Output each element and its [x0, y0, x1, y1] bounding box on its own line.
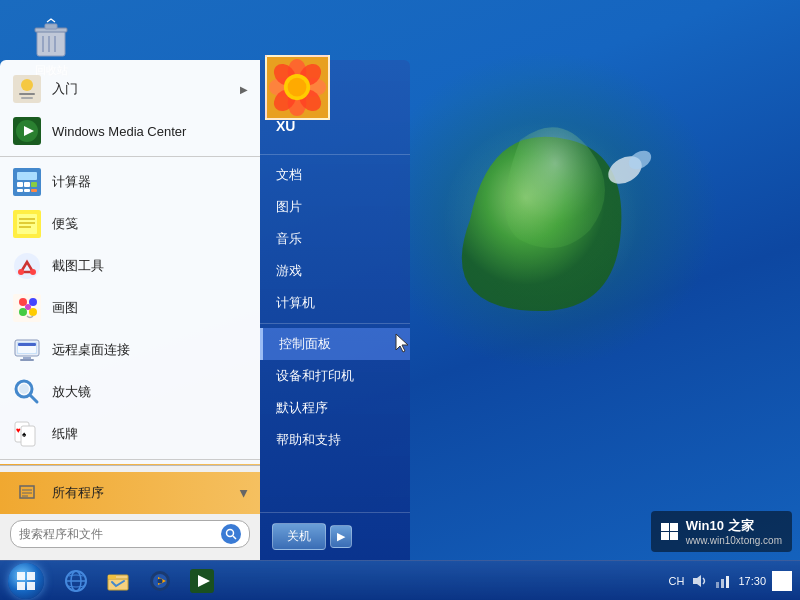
show-desktop-button[interactable]	[772, 571, 792, 591]
right-item-music[interactable]: 音乐	[260, 223, 410, 255]
svg-point-19	[288, 78, 307, 97]
menu-item-win10upgrade[interactable]: 微软 Windows 10 易升	[0, 464, 260, 465]
all-programs-label: 所有程序	[52, 484, 104, 502]
right-item-help[interactable]: 帮助和支持	[260, 424, 410, 456]
svg-point-41	[18, 269, 24, 275]
paint-icon	[12, 293, 42, 323]
search-button[interactable]	[221, 524, 241, 544]
svg-rect-32	[17, 189, 23, 192]
svg-rect-89	[716, 582, 719, 588]
start-menu-right-panel: XU 文档 图片 音乐 游戏 计算机 控制面板 设备和打	[260, 60, 410, 560]
magnifier-label: 放大镜	[52, 383, 91, 401]
svg-rect-3	[37, 30, 65, 56]
menu-item-calculator[interactable]: 计算器	[0, 161, 260, 203]
svg-rect-31	[31, 182, 37, 187]
start-menu-bottom: 所有程序 ▶	[0, 465, 260, 560]
remote-label: 远程桌面连接	[52, 341, 130, 359]
svg-marker-88	[693, 575, 701, 587]
svg-rect-5	[45, 24, 57, 29]
svg-point-45	[29, 298, 37, 306]
svg-rect-22	[19, 93, 35, 95]
right-item-games[interactable]: 游戏	[260, 255, 410, 287]
magnifier-icon	[12, 377, 42, 407]
shutdown-arrow-button[interactable]: ▶	[330, 525, 352, 548]
right-divider-top	[260, 154, 410, 155]
wmc-label: Windows Media Center	[52, 124, 186, 139]
win10-badge: Win10 之家 www.win10xtong.com	[651, 511, 792, 552]
win10-title: Win10 之家	[686, 517, 782, 535]
tray-lang: CH	[669, 575, 685, 587]
all-programs-arrow: ▶	[239, 489, 250, 497]
win10-badge-text: Win10 之家 www.win10xtong.com	[686, 517, 782, 546]
search-bar	[10, 520, 250, 548]
taskbar-wmp[interactable]	[140, 562, 180, 600]
menu-item-magnifier[interactable]: 放大镜	[0, 371, 260, 413]
svg-rect-28	[17, 172, 37, 180]
notepad-icon	[12, 209, 42, 239]
start-menu: 入门 ▶ Windows Media Center	[0, 60, 410, 560]
start-menu-items: 入门 ▶ Windows Media Center	[0, 60, 260, 465]
right-item-computer[interactable]: 计算机	[260, 287, 410, 319]
right-item-devices[interactable]: 设备和打印机	[260, 360, 410, 392]
right-item-control-panel[interactable]: 控制面板	[260, 328, 410, 360]
calculator-icon	[12, 167, 42, 197]
shutdown-button[interactable]: 关机	[272, 523, 326, 550]
menu-item-snipping[interactable]: 截图工具	[0, 245, 260, 287]
svg-rect-91	[726, 576, 729, 588]
taskbar-ie[interactable]	[56, 562, 96, 600]
menu-item-solitaire[interactable]: ♥ ♠ 纸牌	[0, 413, 260, 455]
start-orb	[8, 563, 44, 599]
menu-item-remote[interactable]: 远程桌面连接	[0, 329, 260, 371]
calculator-label: 计算器	[52, 173, 91, 191]
volume-icon[interactable]	[690, 572, 708, 590]
solitaire-label: 纸牌	[52, 425, 78, 443]
start-menu-left-panel: 入门 ▶ Windows Media Center	[0, 60, 260, 560]
user-thumbnail	[265, 55, 330, 120]
taskbar-tray: CH 17:30	[669, 571, 800, 591]
menu-item-getting-started[interactable]: 入门 ▶	[0, 68, 260, 110]
desktop: 回收站	[0, 0, 800, 600]
right-item-default-programs[interactable]: 默认程序	[260, 392, 410, 424]
getting-started-label: 入门	[52, 80, 78, 98]
remote-icon	[12, 335, 42, 365]
taskbar-media[interactable]	[182, 562, 222, 600]
right-item-documents[interactable]: 文档	[260, 159, 410, 191]
svg-point-40	[14, 253, 40, 279]
solitaire-icon: ♥ ♠	[12, 419, 42, 449]
taskbar-explorer[interactable]	[98, 562, 138, 600]
svg-rect-54	[18, 343, 36, 346]
svg-point-71	[227, 530, 234, 537]
svg-rect-75	[17, 582, 25, 590]
svg-rect-29	[17, 182, 23, 187]
snipping-icon	[12, 251, 42, 281]
search-input[interactable]	[19, 527, 215, 541]
svg-rect-81	[108, 575, 116, 579]
all-programs-item[interactable]: 所有程序 ▶	[0, 472, 260, 514]
programs-icon	[12, 478, 42, 508]
win10-logo	[661, 523, 678, 540]
network-icon[interactable]	[714, 572, 732, 590]
svg-rect-36	[17, 214, 37, 234]
wmc-icon	[12, 116, 42, 146]
getting-started-arrow: ▶	[240, 84, 248, 95]
getting-started-icon	[12, 74, 42, 104]
menu-item-notepad[interactable]: 便笺	[0, 203, 260, 245]
shutdown-area: 关机 ▶	[260, 512, 410, 560]
right-item-pictures[interactable]: 图片	[260, 191, 410, 223]
svg-point-21	[21, 79, 33, 91]
svg-point-56	[19, 384, 29, 394]
svg-rect-23	[21, 97, 33, 99]
svg-rect-76	[27, 582, 35, 590]
menu-item-paint[interactable]: 画图	[0, 287, 260, 329]
svg-rect-90	[721, 579, 724, 588]
menu-item-wmc[interactable]: Windows Media Center	[0, 110, 260, 152]
right-divider-mid	[260, 323, 410, 324]
menu-divider-2	[0, 459, 260, 460]
svg-point-48	[25, 304, 31, 310]
start-button[interactable]	[0, 561, 52, 601]
svg-point-85	[158, 578, 163, 583]
snipping-label: 截图工具	[52, 257, 104, 275]
svg-rect-52	[20, 359, 34, 361]
notepad-label: 便笺	[52, 215, 78, 233]
svg-point-44	[19, 298, 27, 306]
